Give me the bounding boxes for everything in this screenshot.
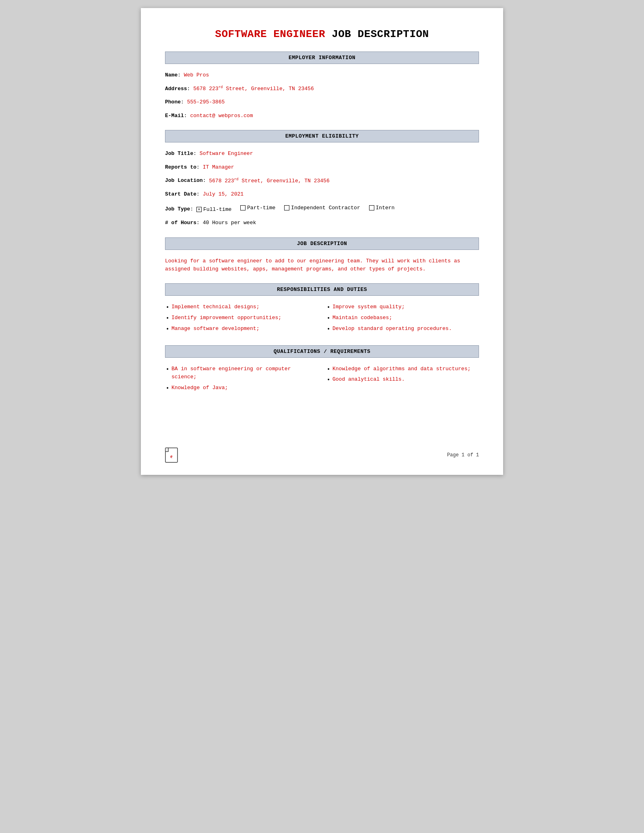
phone-value: 555-295-3865	[187, 99, 225, 105]
phone-row: Phone: 555-295-3865	[165, 98, 479, 106]
job-title-row: Job Title: Software Engineer	[165, 150, 479, 158]
address-row: Address: 5678 223rd Street, Greenville, …	[165, 85, 479, 93]
email-label: E-Mail	[165, 113, 184, 119]
job-type-label: Job Type	[165, 206, 190, 212]
contractor-checkbox	[284, 205, 289, 210]
employer-section: EMPLOYER INFORMATION Name: Web Pros Addr…	[165, 52, 479, 120]
footer: e Page 1 of 1	[165, 447, 479, 463]
email-value: contact@ webpros.com	[190, 113, 253, 119]
intern-label: Intern	[376, 204, 395, 212]
document-icon: e	[165, 447, 178, 463]
hours-label: # of Hours	[165, 220, 196, 226]
eligibility-section: EMPLOYMENT ELIGIBILITY Job Title: Softwa…	[165, 130, 479, 227]
qualifications-header: QUALIFICATIONS / REQUIREMENTS	[165, 345, 479, 358]
job-location-value: 5678 223rd Street, Greenville, TN 23456	[209, 178, 329, 184]
document-page: SOFTWARE ENGINEER JOB DESCRIPTION EMPLOY…	[141, 8, 503, 475]
job-description-section: JOB DESCRIPTION Looking for a software e…	[165, 237, 479, 274]
hours-value: 40 Hours per week	[203, 220, 256, 226]
job-title-value: Software Engineer	[200, 151, 253, 157]
contractor-checkbox-item: Independent Contractor	[284, 204, 360, 212]
job-type-row: Job Type: Full-time Part-time Independen…	[165, 204, 479, 214]
svg-marker-1	[165, 448, 168, 452]
intern-checkbox	[369, 205, 374, 210]
parttime-label: Part-time	[247, 204, 275, 212]
start-date-label: Start Date	[165, 191, 196, 197]
responsibilities-section: RESPONSIBILITIES AND DUTIES Implement te…	[165, 283, 479, 335]
eligibility-header: EMPLOYMENT ELIGIBILITY	[165, 130, 479, 142]
qualifications-section: QUALIFICATIONS / REQUIREMENTS BA in soft…	[165, 345, 479, 395]
name-label: Name	[165, 72, 178, 78]
job-title-label: Job Title	[165, 151, 193, 157]
name-row: Name: Web Pros	[165, 71, 479, 79]
responsibilities-col2: Improve system quality; Maintain codebas…	[326, 303, 479, 335]
start-date-value: July 15, 2021	[203, 191, 244, 197]
title-red: SOFTWARE ENGINEER	[215, 28, 325, 40]
page-number: Page 1 of 1	[447, 452, 479, 458]
job-location-label: Job Location	[165, 178, 203, 184]
responsibilities-list: Implement technical designs; Identify im…	[165, 303, 479, 335]
reports-to-label: Reports to	[165, 164, 196, 170]
list-item: Develop standard operating procedures.	[326, 325, 479, 333]
intern-checkbox-item: Intern	[369, 204, 395, 212]
start-date-row: Start Date: July 15, 2021	[165, 190, 479, 198]
phone-label: Phone	[165, 99, 181, 105]
parttime-checkbox	[240, 205, 246, 210]
list-item: Knowledge of algorithms and data structu…	[326, 365, 479, 373]
list-item: BA in software engineering or computer s…	[165, 365, 318, 382]
reports-to-row: Reports to: IT Manager	[165, 163, 479, 171]
list-item: Manage software development;	[165, 325, 318, 333]
address-value: 5678 223rd Street, Greenville, TN 23456	[193, 86, 314, 92]
hours-row: # of Hours: 40 Hours per week	[165, 219, 479, 227]
svg-text:e: e	[170, 454, 173, 459]
name-value: Web Pros	[184, 72, 209, 78]
fulltime-label: Full-time	[203, 206, 231, 214]
responsibilities-header: RESPONSIBILITIES AND DUTIES	[165, 283, 479, 296]
employer-header: EMPLOYER INFORMATION	[165, 52, 479, 64]
page-title: SOFTWARE ENGINEER JOB DESCRIPTION	[165, 28, 479, 40]
qualifications-col1: BA in software engineering or computer s…	[165, 365, 318, 395]
job-location-row: Job Location: 5678 223rd Street, Greenvi…	[165, 177, 479, 185]
qualifications-col2: Knowledge of algorithms and data structu…	[326, 365, 479, 395]
list-item: Implement technical designs;	[165, 303, 318, 311]
job-description-text: Looking for a software engineer to add t…	[165, 257, 479, 274]
list-item: Identify improvement opportunities;	[165, 314, 318, 322]
qualifications-list: BA in software engineering or computer s…	[165, 365, 479, 395]
fulltime-checkbox	[196, 207, 202, 212]
address-label: Address	[165, 86, 187, 92]
responsibilities-col1: Implement technical designs; Identify im…	[165, 303, 318, 335]
contractor-label: Independent Contractor	[291, 204, 360, 212]
eligibility-info-block: Job Title: Software Engineer Reports to:…	[165, 150, 479, 227]
title-black: JOB DESCRIPTION	[325, 28, 429, 40]
parttime-checkbox-item: Part-time	[240, 204, 275, 212]
reports-to-value: IT Manager	[203, 164, 234, 170]
list-item: Maintain codebases;	[326, 314, 479, 322]
email-row: E-Mail: contact@ webpros.com	[165, 112, 479, 120]
job-description-header: JOB DESCRIPTION	[165, 237, 479, 250]
list-item: Good analytical skills.	[326, 375, 479, 384]
list-item: Knowledge of Java;	[165, 384, 318, 392]
fulltime-checkbox-item: Full-time	[196, 206, 231, 214]
list-item: Improve system quality;	[326, 303, 479, 311]
employer-info-block: Name: Web Pros Address: 5678 223rd Stree…	[165, 71, 479, 120]
